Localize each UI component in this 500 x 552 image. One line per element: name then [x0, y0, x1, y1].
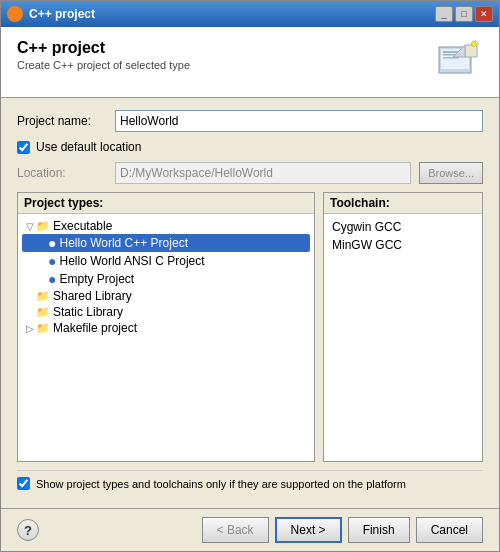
- back-button[interactable]: < Back: [202, 517, 269, 543]
- use-default-location-label: Use default location: [36, 140, 141, 154]
- toolchain-content[interactable]: Cygwin GCC MinGW GCC: [324, 214, 482, 461]
- cancel-button[interactable]: Cancel: [416, 517, 483, 543]
- tree-item-label: Shared Library: [53, 289, 132, 303]
- toolchain-label: Toolchain:: [324, 193, 482, 214]
- panels-row: Project types: ▽ 📁 Executable ● Hello Wo…: [17, 192, 483, 462]
- use-default-location-row: Use default location: [17, 140, 483, 154]
- minimize-button[interactable]: _: [435, 6, 453, 22]
- page-subtitle: Create C++ project of selected type: [17, 59, 190, 71]
- project-name-row: Project name:: [17, 110, 483, 132]
- folder-icon: 📁: [36, 322, 50, 335]
- location-input[interactable]: [115, 162, 411, 184]
- tree-item-label: Static Library: [53, 305, 123, 319]
- footer-left: ?: [17, 519, 39, 541]
- list-item[interactable]: ● Hello World C++ Project: [22, 234, 310, 252]
- project-types-content[interactable]: ▽ 📁 Executable ● Hello World C++ Project: [18, 214, 314, 461]
- bullet-icon: ●: [48, 271, 56, 287]
- close-button[interactable]: ✕: [475, 6, 493, 22]
- header-area: C++ project Create C++ project of select…: [1, 27, 499, 98]
- wizard-icon: [435, 39, 483, 87]
- tree-item-label: Hello World ANSI C Project: [59, 254, 204, 268]
- expand-icon: ▽: [24, 221, 36, 232]
- list-item[interactable]: 📁 Shared Library: [22, 288, 310, 304]
- tree-item-label: Makefile project: [53, 321, 137, 335]
- title-bar-icon: [7, 6, 23, 22]
- folder-icon: 📁: [36, 306, 50, 319]
- title-bar-title: C++ project: [29, 7, 435, 21]
- project-name-input[interactable]: [115, 110, 483, 132]
- toolchain-panel: Toolchain: Cygwin GCC MinGW GCC: [323, 192, 483, 462]
- list-item[interactable]: MinGW GCC: [328, 236, 478, 254]
- footer: ? < Back Next > Finish Cancel: [1, 508, 499, 551]
- platform-filter-checkbox[interactable]: [17, 477, 30, 490]
- bullet-icon: ●: [48, 253, 56, 269]
- bottom-checkbox-row: Show project types and toolchains only i…: [17, 470, 483, 496]
- footer-buttons: < Back Next > Finish Cancel: [202, 517, 483, 543]
- platform-filter-label: Show project types and toolchains only i…: [36, 478, 406, 490]
- next-button[interactable]: Next >: [275, 517, 342, 543]
- finish-button[interactable]: Finish: [348, 517, 410, 543]
- title-bar-buttons: _ □ ✕: [435, 6, 493, 22]
- list-item[interactable]: 📁 Static Library: [22, 304, 310, 320]
- main-window: C++ project _ □ ✕ C++ project Create C++…: [0, 0, 500, 552]
- folder-icon: 📁: [36, 220, 50, 233]
- list-item[interactable]: Cygwin GCC: [328, 218, 478, 236]
- list-item[interactable]: ▷ 📁 Makefile project: [22, 320, 310, 336]
- list-item[interactable]: ● Hello World ANSI C Project: [22, 252, 310, 270]
- header-text: C++ project Create C++ project of select…: [17, 39, 190, 71]
- location-label: Location:: [17, 166, 107, 180]
- use-default-location-checkbox[interactable]: [17, 141, 30, 154]
- bullet-icon: ●: [48, 235, 56, 251]
- help-button[interactable]: ?: [17, 519, 39, 541]
- browse-button[interactable]: Browse...: [419, 162, 483, 184]
- expand-icon: ▷: [24, 323, 36, 334]
- svg-marker-5: [465, 45, 477, 57]
- tree-item-label: Empty Project: [59, 272, 134, 286]
- project-types-panel: Project types: ▽ 📁 Executable ● Hello Wo…: [17, 192, 315, 462]
- title-bar: C++ project _ □ ✕: [1, 1, 499, 27]
- project-name-label: Project name:: [17, 114, 107, 128]
- project-types-label: Project types:: [18, 193, 314, 214]
- folder-icon: 📁: [36, 290, 50, 303]
- maximize-button[interactable]: □: [455, 6, 473, 22]
- tree-item-label: Hello World C++ Project: [59, 236, 188, 250]
- list-item[interactable]: ▽ 📁 Executable: [22, 218, 310, 234]
- tree-item-label: Executable: [53, 219, 112, 233]
- location-row: Location: Browse...: [17, 162, 483, 184]
- page-title: C++ project: [17, 39, 190, 57]
- content-area: Project name: Use default location Locat…: [1, 98, 499, 508]
- list-item[interactable]: ● Empty Project: [22, 270, 310, 288]
